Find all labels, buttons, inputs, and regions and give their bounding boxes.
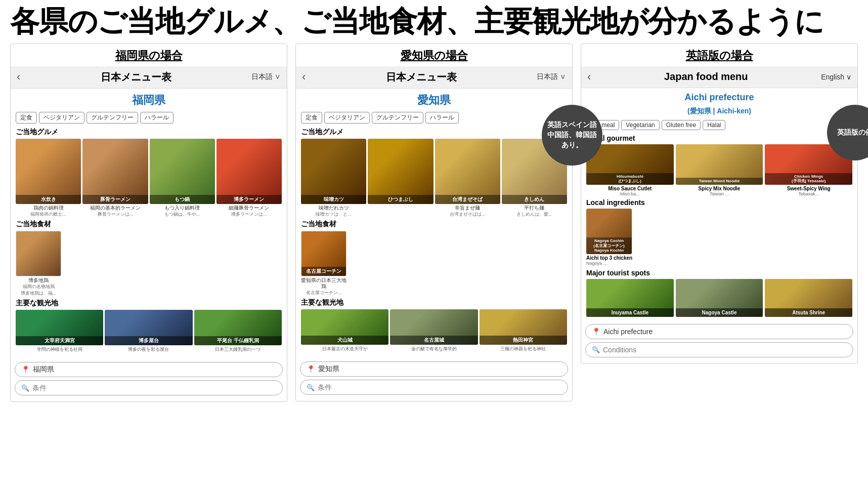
ingredients-label-aichi: ご当地食材: [301, 220, 567, 229]
tourist-image-atsuta-en: Atsuta Shrine: [765, 279, 852, 317]
food-grid-english: Hitsumabushi(ひつまぶし) Miso Sauce Cutlet Mi…: [586, 144, 852, 196]
food-item[interactable]: 豚骨ラーメン 福岡の基本的ラーメン 豚骨ラーメンは...: [82, 139, 148, 218]
food-item[interactable]: もつ鍋 もつ入り鍋料理 もつ鍋は、牛や...: [150, 139, 215, 218]
lang-select-fukuoka[interactable]: 日本語 ∨: [251, 72, 281, 82]
tourist-name-atsuta-en: Atsuta Shrine: [765, 308, 852, 317]
tourist-item-en[interactable]: Atsuta Shrine: [765, 279, 852, 317]
search-input-conditions-english[interactable]: [603, 346, 847, 354]
food-sub: もつ鍋は、牛や...: [164, 211, 200, 218]
food-sub: きしめんは、愛...: [516, 211, 552, 218]
tourist-label-aichi: 主要な観光地: [301, 298, 567, 307]
ingredient-grid-fukuoka: 博多地鶏 福岡の名物地鶏 博多地鶏は、福...: [16, 231, 282, 297]
search-input-prefecture-aichi[interactable]: [318, 365, 561, 373]
tourist-image-hakata-yatai: 博多屋台: [105, 310, 192, 345]
tourist-name-inuyama-en: Inuyama Castle: [586, 308, 674, 317]
search-icon: 🔍: [307, 384, 315, 391]
ingredient-item[interactable]: 名古屋コーチン 愛知県の日本三大地鶏 名古屋コーチン...: [301, 231, 346, 296]
filter-tag[interactable]: ベジタリアン: [324, 112, 370, 124]
tourist-caption: 三種の神器を祀る神社: [500, 346, 546, 352]
filter-tag[interactable]: グルテンフリー: [86, 112, 138, 124]
ingredient-overlay: Nagoya Cochin(名古屋コーチン) Nagoya Kochin: [586, 237, 632, 254]
food-overlay: Chicken Wings(手羽先| Tebasaki): [765, 173, 852, 185]
food-item-en[interactable]: Taiwan Mixed Noodle Spicy Mix Noodle Tai…: [676, 144, 763, 196]
ingredient-caption: 博多地鶏: [16, 277, 61, 283]
ingredient-item-en[interactable]: Nagoya Cochin(名古屋コーチン) Nagoya Kochin Aic…: [586, 209, 632, 266]
food-name-misokatsu: 味噌カツ: [301, 195, 366, 204]
food-image-taiwan-en: Taiwan Mixed Noodle: [676, 144, 763, 185]
prefecture-jp: (愛知県 | Aichi-ken): [586, 107, 852, 116]
tourist-item-en[interactable]: Nagoya Castle: [676, 279, 763, 317]
food-item[interactable]: 味噌カツ 味噌だれカツ 味噌カツは、と...: [301, 139, 366, 218]
tourist-name-nagoya-en: Nagoya Castle: [676, 308, 763, 317]
tourist-grid-fukuoka: 太宰府天満宮 学問の神様を祀る社祠 博多屋台 博多の夜を彩る屋台 平尾台 千仏鍾…: [16, 310, 282, 353]
speech-bubble-aichi: 英語スペイン語中国語、韓国語あり。: [542, 105, 602, 166]
tourist-item-en[interactable]: Inuyama Castle: [586, 279, 674, 317]
phone-header-aichi: ‹ 日本メニュー表 日本語 ∨: [296, 66, 572, 89]
lang-select-english[interactable]: English ∨: [821, 73, 851, 81]
tourist-image-inuyama-en: Inuyama Castle: [586, 279, 674, 317]
tourist-item[interactable]: 名古屋城 金の鯱で有名な厚学的: [390, 309, 478, 352]
search-icon: 🔍: [592, 346, 600, 353]
ingredient-sub: 福岡の名物地鶏: [23, 283, 55, 290]
tourist-grid-aichi: 犬山城 日本最古の木造天守が 名古屋城 金の鯱で有名な厚学的 熱田神宮: [301, 309, 567, 352]
food-name-motsu: もつ鍋: [150, 195, 215, 204]
search-input-prefecture-english[interactable]: [603, 328, 847, 336]
tourist-image-inuyama: 犬山城: [301, 309, 388, 345]
search-input-prefecture-fukuoka[interactable]: [33, 366, 276, 374]
food-item[interactable]: 水炊き 鶏肉の鍋料理 福岡発祥の郷土...: [16, 139, 81, 218]
search-input-conditions-aichi[interactable]: [318, 383, 561, 391]
food-grid-aichi: 味噌カツ 味噌だれカツ 味噌カツは、と... ひつまぶし 台湾まぜそば: [301, 139, 567, 218]
filter-tag[interactable]: Halal: [703, 120, 725, 130]
food-name-tonkotsu: 豚骨ラーメン: [82, 195, 148, 204]
back-button-aichi[interactable]: ‹: [302, 70, 306, 84]
lang-select-aichi[interactable]: 日本語 ∨: [537, 72, 566, 82]
phone-header-fukuoka: ‹ 日本メニュー表 日本語 ∨: [11, 66, 287, 89]
food-item[interactable]: 台湾まぜそば 辛旨まぜ麺 台湾まぜそばは...: [435, 139, 500, 218]
filter-tag[interactable]: Gluten free: [662, 120, 701, 130]
panel-label-fukuoka: 福岡県の場合: [11, 44, 287, 63]
tourist-name-nagoya-castle: 名古屋城: [390, 336, 478, 345]
tourist-item[interactable]: 平尾台 千仏鍾乳洞 日本三大鍾乳洞の一つ: [194, 310, 282, 353]
food-item[interactable]: ひつまぶし: [368, 139, 433, 218]
ingredient-grid-aichi: 名古屋コーチン 愛知県の日本三大地鶏 名古屋コーチン...: [301, 231, 567, 296]
panel-english: 英語版の場合 英語版の例 ‹ Japan food menu English ∨…: [581, 44, 858, 364]
ingredient-caption-en: Aichi top 3 chicken: [586, 255, 632, 261]
tourist-item[interactable]: 太宰府天満宮 学問の神様を祀る社祠: [16, 310, 103, 353]
food-caption: 平打ち麺: [502, 205, 567, 211]
tourist-name-atsuta: 熱田神宮: [480, 336, 567, 345]
food-name-kishimen: きしめん: [502, 195, 567, 204]
panel-aichi: 愛知県の場合 英語スペイン語中国語、韓国語あり。 ‹ 日本メニュー表 日本語 ∨…: [295, 44, 573, 401]
tourist-item[interactable]: 熱田神宮 三種の神器を祀る神社: [480, 309, 567, 352]
ingredient-item[interactable]: 博多地鶏 福岡の名物地鶏 博多地鶏は、福...: [16, 231, 61, 297]
filter-tag[interactable]: Vegetarian: [621, 120, 659, 130]
food-image-hitsumabushi: ひつまぶし: [368, 139, 433, 204]
back-button-english[interactable]: ‹: [587, 70, 591, 84]
filter-tag[interactable]: ハラール: [425, 112, 459, 124]
food-name-mizutaki: 水炊き: [16, 195, 81, 204]
food-overlay: Taiwan Mixed Noodle: [676, 178, 763, 185]
filter-tag[interactable]: ベジタリアン: [39, 112, 84, 124]
ingredient-image-nagoya-cochin: 名古屋コーチン: [301, 231, 346, 276]
filter-tags-fukuoka: 定食 ベジタリアン グルテンフリー ハラール: [16, 112, 282, 124]
tourist-label-english: Major tourist spots: [586, 269, 852, 277]
filter-tag[interactable]: 定食: [16, 112, 37, 124]
food-name-hakata-ramen: 博多ラーメン: [216, 195, 282, 204]
search-input-conditions-fukuoka[interactable]: [32, 384, 276, 392]
filter-tag[interactable]: 定食: [301, 112, 322, 124]
food-item[interactable]: 博多ラーメン 細麺豚骨ラーメン 博多ラーメンは...: [216, 139, 282, 218]
prefecture-fukuoka: 福岡県: [16, 93, 282, 108]
search-box-conditions-fukuoka: 🔍: [15, 380, 283, 395]
tourist-item[interactable]: 博多屋台 博多の夜を彩る屋台: [105, 310, 192, 353]
tourist-name-inuyama: 犬山城: [301, 336, 388, 345]
filter-tag[interactable]: グルテンフリー: [372, 112, 423, 124]
search-box-prefecture-english: 📍: [585, 324, 853, 339]
tourist-item[interactable]: 犬山城 日本最古の木造天守が: [301, 309, 388, 352]
filter-tags-aichi: 定食 ベジタリアン グルテンフリー ハラール: [301, 112, 567, 124]
tourist-name-dazaifu: 太宰府天満宮: [16, 336, 103, 345]
tourist-caption: 日本三大鍾乳洞の一つ: [215, 346, 261, 353]
back-button-fukuoka[interactable]: ‹: [17, 70, 20, 84]
ingredients-label-english: Local ingredients: [586, 198, 852, 207]
food-sub-en: Tebasak...: [798, 191, 819, 196]
food-image-motsu: もつ鍋: [150, 139, 215, 204]
filter-tag[interactable]: ハラール: [140, 112, 173, 124]
